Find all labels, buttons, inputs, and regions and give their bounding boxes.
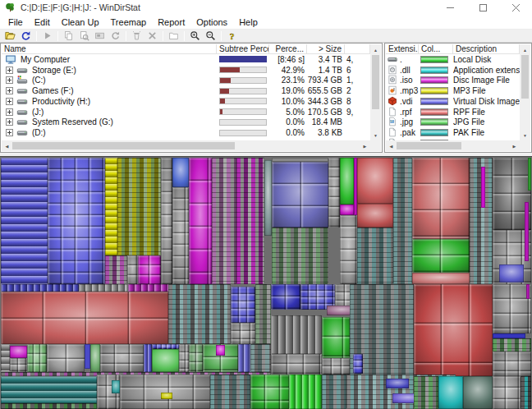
treemap-rect[interactable] [340, 158, 354, 204]
treemap-rect[interactable] [528, 158, 531, 191]
extension-vertical-scrollbar[interactable]: ▲ ▼ [520, 44, 530, 140]
treemap-rect[interactable] [105, 158, 117, 255]
treemap-rect[interactable] [90, 344, 100, 372]
treemap-rect[interactable] [1, 158, 48, 284]
treemap-rect[interactable] [272, 162, 328, 227]
menu-item-file[interactable]: File [2, 16, 29, 28]
treemap-rect[interactable] [161, 393, 172, 399]
treemap-rect[interactable] [357, 227, 393, 284]
treemap-rect[interactable] [322, 317, 350, 358]
ext-column-header-extensi[interactable]: Extensi... [386, 44, 419, 53]
expand-plus-icon[interactable] [6, 87, 13, 94]
extension-row-item[interactable]: .Local Disk [386, 54, 520, 65]
treemap-rect[interactable] [1, 284, 79, 292]
treemap-rect[interactable] [353, 354, 363, 374]
treemap-rect[interactable] [238, 344, 250, 372]
treemap-rect[interactable] [161, 158, 172, 284]
menu-item-report[interactable]: Report [152, 16, 190, 28]
treemap-rect[interactable] [112, 380, 120, 393]
treemap-rect[interactable] [525, 202, 529, 261]
extension-row-rpf[interactable]: .rpfRPF File [386, 107, 520, 117]
treemap-rect[interactable] [271, 354, 322, 375]
treemap-rect[interactable] [463, 376, 493, 409]
expand-plus-icon[interactable] [6, 118, 13, 126]
treemap-rect[interactable] [105, 255, 127, 284]
treemap-rect[interactable] [412, 158, 470, 239]
tree-row-my-computer[interactable]: My Computer[8:46 s]3.4 TB4, [2, 54, 370, 65]
scroll-left-arrow[interactable]: ◀ [386, 140, 397, 151]
ext-column-header-description[interactable]: Description [453, 44, 520, 53]
tree-row-j[interactable]: (J:)5.0%170.5 GB9, [2, 107, 370, 117]
tree-row-storage-e[interactable]: Storage (E:)42.9%1.4 TB6 [2, 65, 370, 76]
open-folder-icon[interactable] [2, 30, 18, 42]
treemap-rect[interactable] [1, 344, 10, 372]
expand-plus-icon[interactable] [6, 76, 13, 84]
extension-row-dll[interactable]: .dllApplication extension [386, 65, 520, 76]
treemap-rect[interactable] [386, 379, 409, 388]
treemap-rect[interactable] [236, 158, 264, 284]
treemap-rect[interactable] [357, 204, 393, 227]
extension-row-iso[interactable]: .isoDisc Image File [386, 76, 520, 86]
treemap-rect[interactable] [271, 315, 322, 354]
menu-item-options[interactable]: Options [190, 16, 233, 28]
expand-plus-icon[interactable] [6, 67, 13, 74]
treemap-rect[interactable] [255, 284, 271, 344]
treemap-rect[interactable] [47, 344, 85, 372]
ext-column-header-col[interactable]: Col... [419, 44, 453, 53]
scrollbar-track[interactable] [370, 55, 381, 130]
treemap-rect[interactable] [328, 158, 340, 227]
tree-horizontal-scrollbar[interactable]: ◀ ▶ [2, 140, 370, 151]
treemap-rect[interactable] [272, 227, 328, 284]
minimize-button[interactable] [433, 0, 466, 15]
tree-column-header-subtree-percent[interactable]: Subtree Percent... [217, 44, 269, 53]
treemap-rect[interactable] [127, 255, 138, 284]
treemap-rect[interactable] [27, 344, 47, 372]
treemap-rect[interactable] [10, 346, 27, 358]
treemap-rect[interactable] [231, 323, 255, 344]
treemap-rect[interactable] [48, 158, 105, 284]
treemap-rect[interactable] [438, 376, 463, 409]
zoom-out-icon[interactable] [203, 30, 218, 42]
treemap-rect[interactable] [271, 284, 300, 310]
treemap-rect[interactable] [128, 284, 173, 292]
treemap-rect[interactable] [393, 158, 412, 284]
tree-vertical-scrollbar[interactable]: ▲ ▼ [370, 44, 381, 140]
treemap-rect[interactable] [414, 376, 438, 409]
scrollbar-thumb[interactable] [521, 55, 529, 99]
scrollbar-track[interactable] [520, 55, 530, 130]
treemap-rect[interactable] [189, 344, 203, 372]
treemap-rect[interactable] [493, 376, 521, 409]
tree-column-header-item[interactable] [345, 44, 370, 53]
extension-row-jpg[interactable]: .jpgJPG File [386, 117, 520, 128]
treemap-rect[interactable] [1, 292, 168, 344]
refresh-all-icon[interactable] [18, 30, 34, 42]
menu-item-clean-up[interactable]: Clean Up [56, 16, 105, 28]
extension-horizontal-scrollbar[interactable]: ◀ ▶ [386, 140, 520, 151]
treemap-rect[interactable] [79, 284, 128, 292]
treemap-rect[interactable] [521, 376, 531, 409]
treemap-rect[interactable] [231, 287, 255, 323]
tree-row-c[interactable]: (C:)23.1%793.4 GB1, [2, 76, 370, 86]
treemap-rect[interactable] [412, 239, 470, 273]
treemap-rect[interactable] [250, 344, 271, 372]
treemap-rect[interactable] [357, 158, 393, 204]
tree-row-productivity-h[interactable]: Productivity (H:)10.0%344.3 GB8 [2, 96, 370, 107]
treemap-rect[interactable] [493, 338, 531, 352]
treemap-rect[interactable] [120, 375, 210, 409]
treemap-rect[interactable] [414, 284, 493, 376]
menu-item-edit[interactable]: Edit [29, 16, 56, 28]
scroll-left-arrow[interactable]: ◀ [2, 140, 12, 151]
scroll-up-arrow[interactable]: ▲ [370, 44, 381, 55]
treemap-rect[interactable] [289, 375, 322, 409]
scroll-down-arrow[interactable]: ▼ [520, 130, 530, 140]
treemap-rect[interactable] [179, 344, 189, 372]
treemap-rect[interactable] [210, 375, 250, 409]
treemap-rect[interactable] [481, 167, 485, 208]
tree-row-d[interactable]: (D:)0.0%3.8 KB [2, 127, 370, 138]
treemap-rect[interactable] [100, 344, 144, 372]
treemap[interactable] [0, 156, 532, 409]
scroll-down-arrow[interactable]: ▼ [370, 130, 381, 140]
scrollbar-thumb[interactable] [372, 55, 379, 109]
tree-column-header-size[interactable]: > Size [307, 44, 345, 53]
menu-item-treemap[interactable]: Treemap [105, 16, 153, 28]
